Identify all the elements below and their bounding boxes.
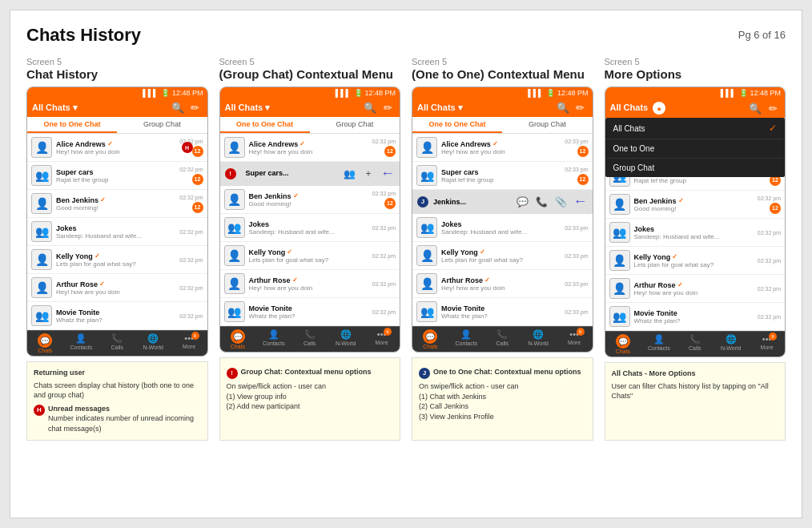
chat-item[interactable]: 👤 Kelly Yong ✓ Lets plan for goal what s… (27, 246, 207, 274)
chat-preview: Whatz the plan? (634, 317, 754, 324)
chats-nav-icon: 💬 (423, 329, 437, 344)
chat-item[interactable]: 👤 Arthur Rose ✓ Hey! how are you doin 02… (220, 270, 400, 298)
nav-nworld-3[interactable]: 🌐 N-World (521, 327, 557, 352)
header-bar-2[interactable]: All Chats ▾ 🔍 ✏ (220, 99, 400, 117)
chat-action-icon[interactable]: 💬 (516, 196, 530, 208)
chat-item[interactable]: 👥 Movie Tonite Whatz the plan? 02:33 pm (412, 298, 593, 326)
chat-item[interactable]: 👥 Super cars Rajat lef the group 02:32 p… (27, 162, 207, 190)
all-chats-dropdown[interactable]: All Chats ✓ One to One Group Chat (605, 118, 786, 177)
dropdown-group-chat[interactable]: Group Chat (605, 159, 786, 177)
chat-info: Arthur Rose ✓ Hey! how are you doin (634, 281, 754, 296)
chat-item[interactable]: 👥 Jokes Sandeep: Husband and wife... 02:… (220, 214, 400, 242)
unread-h-badge: H (182, 142, 193, 153)
chat-item[interactable]: 👥 Jokes Sandeep: Husband and wife... 02:… (605, 219, 786, 247)
view-group-icon[interactable]: 👥 (342, 168, 356, 179)
search-icon-1[interactable]: 🔍 (171, 102, 185, 114)
nav-calls-4[interactable]: 📞 Calls (677, 332, 713, 357)
app-title-4[interactable]: All Chats ● (610, 102, 746, 115)
chat-item[interactable]: 👤 Kelly Yong ✓ Lets plan for goal what s… (605, 247, 786, 275)
header-bar-4[interactable]: All Chats ● 🔍 ✏ (605, 99, 786, 118)
chat-item[interactable]: 👤 Alice Andrews ✓ Hey! how are you doin … (220, 134, 400, 162)
chat-item[interactable]: 👤 Alice Andrews ✓ Hey! how are you doin … (27, 134, 207, 162)
chats-nav-icon: 💬 (616, 334, 630, 349)
chat-item[interactable]: 👥 Super cars Rajat lef the group 02:33 p… (412, 162, 593, 190)
dropdown-one-to-one[interactable]: One to One (605, 139, 786, 159)
note-title-4: All Chats - More Options (612, 369, 779, 379)
add-participant-icon[interactable]: + (361, 168, 376, 179)
nav-more-2[interactable]: 9 ••• More (364, 327, 400, 352)
chat-item[interactable]: 👤 Alice Andrews ✓ Hey! how are you doin … (412, 134, 593, 162)
chat-name: Ben Jenkins ✓ (634, 197, 754, 205)
chat-item[interactable]: 👤 Kelly Yong ✓ Lets plan for goal! what … (412, 242, 593, 270)
chat-item[interactable]: 👤 Kelly Yong ✓ Lets plan for goal what s… (220, 242, 400, 270)
tabs-bar-3: One to One Chat Group Chat (412, 117, 593, 134)
chat-item[interactable]: 👤 Ben Jenkins ✓ Good morning! 02:32 pm 1… (605, 191, 786, 219)
nav-calls-3[interactable]: 📞 Calls (484, 327, 521, 352)
nav-label: Chats (38, 348, 52, 353)
avatar: 👤 (609, 250, 630, 271)
avatar: 👤 (609, 194, 630, 215)
chat-item[interactable]: 👥 Movie Tonite Whatz the plan? 02:32 pm (220, 298, 400, 326)
chat-preview: Whatz the plan? (249, 312, 368, 320)
nworld-icon: 🌐 (726, 334, 737, 345)
nav-more-4[interactable]: 9 ••• More (749, 332, 785, 357)
nav-more-3[interactable]: 9 ••• More (557, 327, 593, 352)
compose-icon-1[interactable]: ✏ (188, 102, 203, 114)
tab-one-to-one-1[interactable]: One to One Chat (27, 117, 117, 133)
verified-icon: ✓ (480, 248, 485, 256)
tab-group-2[interactable]: Group Chat (310, 117, 400, 133)
nav-contacts-3[interactable]: 👤 Contacts (448, 327, 484, 352)
compose-icon-4[interactable]: ✏ (766, 103, 780, 115)
search-icon-4[interactable]: 🔍 (748, 103, 762, 115)
compose-icon-3[interactable]: ✏ (573, 102, 588, 114)
nav-chats-3[interactable]: 💬 Chats (412, 327, 448, 352)
nav-chats-2[interactable]: 💬 Chats (220, 327, 256, 352)
chat-item[interactable]: 👤 Arthur Rose ✓ Hey! how are you doin 02… (605, 275, 786, 303)
avatar: 👥 (609, 222, 630, 243)
chat-info: Arthur Rose ✓ Hey! how are you doin (441, 276, 561, 292)
chat-item[interactable]: 👥 Movie Tonite Whatz the plan? 02:32 pm (27, 302, 207, 330)
compose-icon-2[interactable]: ✏ (380, 102, 395, 114)
tab-group-1[interactable]: Group Chat (117, 117, 207, 133)
header-bar-3[interactable]: All Chats ▾ 🔍 ✏ (412, 99, 593, 117)
app-title-2[interactable]: All Chats ▾ (225, 103, 360, 113)
nav-chats-4[interactable]: 💬 Chats (605, 332, 641, 357)
app-title-1[interactable]: All Chats ▾ (32, 103, 167, 113)
avatar: 👥 (224, 301, 245, 322)
tab-group-3[interactable]: Group Chat (502, 117, 592, 133)
nav-calls-1[interactable]: 📞 Calls (99, 331, 135, 356)
nav-nworld-1[interactable]: 🌐 N-World (135, 331, 171, 356)
chat-item[interactable]: 👤 Arthur Rose ✓ Hey! how are you doin 02… (412, 270, 593, 298)
search-icon-2[interactable]: 🔍 (363, 102, 377, 114)
app-title-3[interactable]: All Chats ▾ (417, 103, 553, 113)
screen-title-4: More Options (605, 67, 786, 82)
chat-item[interactable]: 👤 Ben Jenkins ✓ Good morning! 02:32 pm 1… (27, 190, 207, 218)
chat-item[interactable]: 👥 Jokes Sandeep: Husband and wife... 02:… (27, 218, 207, 246)
nav-chats-1[interactable]: 💬 Chats (27, 331, 63, 356)
nav-nworld-4[interactable]: 🌐 N-World (713, 332, 749, 357)
nav-label: More (183, 344, 195, 349)
tab-one-to-one-2[interactable]: One to One Chat (220, 117, 310, 133)
nav-contacts-4[interactable]: 👤 Contacts (641, 332, 677, 357)
group-action-row[interactable]: ! Super cars... 👥 + ← (220, 162, 400, 186)
nav-contacts-1[interactable]: 👤 Contacts (63, 331, 99, 356)
chat-item[interactable]: 👥 Movie Tonite Whatz the plan? 02:32 pm (605, 303, 786, 331)
nav-calls-2[interactable]: 📞 Calls (291, 327, 328, 352)
dropdown-all-chats[interactable]: All Chats ✓ (605, 118, 786, 139)
tab-one-to-one-3[interactable]: One to One Chat (412, 117, 502, 133)
chat-meta: 02:32 pm (179, 257, 203, 263)
nav-nworld-2[interactable]: 🌐 N-World (328, 327, 364, 352)
chat-item[interactable]: 👥 Jokes Sandeep: Husband and wife... 02:… (412, 214, 593, 242)
profile-action-icon[interactable]: 📎 (554, 196, 569, 208)
verified-icon: ✓ (100, 196, 106, 204)
chat-item[interactable]: 👤 Ben Jenkins ✓ Good morning! 02:32 pm 1… (220, 186, 400, 214)
one-to-one-action-row[interactable]: J Jenkins... 💬 📞 📎 ← (412, 190, 593, 214)
nav-contacts-2[interactable]: 👤 Contacts (255, 327, 291, 352)
nav-more-1[interactable]: 9 ••• More (171, 331, 207, 356)
search-icon-3[interactable]: 🔍 (556, 102, 570, 114)
chat-preview: Hey! how are you doin (634, 289, 754, 296)
chat-item[interactable]: 👤 Arthur Rose ✓ Hey! how are you doin 02… (27, 274, 207, 302)
call-action-icon[interactable]: 📞 (535, 196, 549, 208)
chat-preview: Sandeep: Husband and wife... (634, 233, 754, 240)
header-bar-1[interactable]: All Chats ▾ 🔍 ✏ (27, 99, 207, 117)
